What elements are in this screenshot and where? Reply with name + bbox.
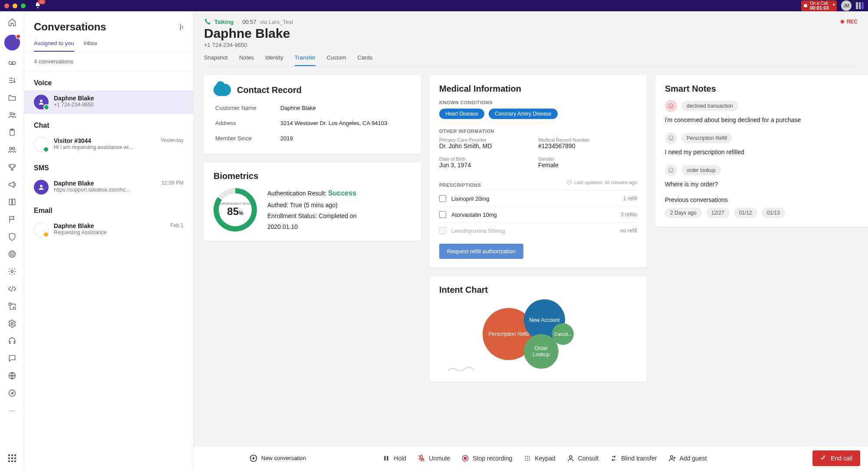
user-avatar[interactable]: JM: [841, 0, 852, 11]
folder-icon[interactable]: [7, 93, 17, 103]
minimize-window[interactable]: [13, 3, 17, 8]
section-label: OTHER INFORMATION: [439, 129, 637, 134]
tab-cards[interactable]: Cards: [358, 54, 373, 66]
consult-button[interactable]: Consult: [567, 454, 598, 462]
prescription-name: Lisinopril 20mg: [451, 195, 489, 202]
prescription-checkbox[interactable]: [439, 227, 446, 234]
prev-conv-chip[interactable]: 01/13: [762, 208, 785, 218]
apps-grid-icon[interactable]: [7, 453, 17, 463]
prescription-row: Lisinopril 20mg 1 refill: [439, 190, 637, 206]
intent-bubble[interactable]: Cancel...: [552, 323, 574, 345]
headset-icon[interactable]: [7, 336, 17, 346]
voice-conversation-item[interactable]: Daphne Blake +1 724-234-9650: [24, 90, 193, 114]
tab-identity[interactable]: Identity: [265, 54, 283, 66]
chat-icon[interactable]: [7, 354, 17, 363]
layout-toggle-icon[interactable]: [856, 2, 864, 9]
megaphone-icon[interactable]: [7, 180, 17, 189]
prescription-checkbox[interactable]: [439, 195, 446, 202]
request-refill-button[interactable]: Request refill authorization: [439, 244, 523, 259]
prev-conv-chip[interactable]: 01/12: [734, 208, 757, 218]
stop-recording-button[interactable]: Stop recording: [461, 454, 512, 462]
queue-icon[interactable]: [7, 76, 17, 85]
chat-conversation-item[interactable]: Visitor #3044 Hi I am requesting assista…: [24, 133, 193, 156]
biometrics-card: Biometrics Authentication Score 85% Auth…: [204, 162, 421, 241]
field-value: Dr. John Smith, MD: [439, 142, 538, 149]
note-text: Where is my order?: [665, 181, 863, 188]
chevron-down-icon: ▾: [833, 2, 835, 7]
radar-icon[interactable]: [7, 249, 17, 259]
gear-icon[interactable]: [7, 319, 17, 328]
active-agent-icon[interactable]: [4, 35, 20, 50]
more-icon[interactable]: ⋯: [7, 406, 17, 415]
note-tag[interactable]: declined transaction: [681, 101, 738, 111]
trophy-icon[interactable]: [7, 162, 17, 172]
svg-point-12: [12, 254, 13, 255]
blind-transfer-button[interactable]: Blind transfer: [610, 454, 657, 462]
svg-point-21: [40, 185, 42, 187]
left-iconbar: ⋯: [0, 11, 24, 470]
tab-transfer[interactable]: Transfer: [295, 54, 316, 66]
field-label: Customer Name: [215, 105, 280, 111]
consult-icon: [567, 454, 575, 462]
book-icon[interactable]: [7, 197, 17, 207]
close-window[interactable]: [4, 3, 9, 8]
note-tag[interactable]: Perscription Refill: [681, 133, 732, 143]
svg-point-0: [10, 40, 13, 43]
new-conversation-label: New conversation: [261, 455, 306, 461]
field-value: #1234567890: [538, 142, 637, 149]
svg-point-24: [669, 104, 674, 109]
team-icon[interactable]: [7, 145, 17, 155]
home-icon[interactable]: [7, 17, 17, 27]
globe-icon[interactable]: [7, 371, 17, 381]
clipboard-icon[interactable]: [7, 128, 17, 137]
end-call-button[interactable]: End call: [812, 450, 860, 466]
svg-point-40: [527, 457, 528, 458]
tab-inbox[interactable]: Inbox: [84, 40, 98, 52]
prescription-name: Levothyroxina 50mcg: [451, 228, 505, 234]
collapse-panel-icon[interactable]: |‹: [180, 23, 184, 31]
hold-button[interactable]: Hold: [382, 454, 406, 462]
note-tag[interactable]: order lookup: [681, 165, 721, 175]
keypad-button[interactable]: Keypad: [523, 454, 555, 462]
svg-rect-32: [385, 456, 386, 460]
compass-icon[interactable]: [7, 388, 17, 398]
enrollment-row: Enrollment Status: Completed on 2020.01.…: [267, 211, 363, 232]
prescription-checkbox[interactable]: [439, 211, 446, 218]
notifications-icon[interactable]: 22: [34, 2, 41, 10]
contact-sub: Requesting Assistance: [54, 229, 165, 235]
contacts-icon[interactable]: [7, 110, 17, 120]
prev-conv-chip[interactable]: 12/27: [706, 208, 730, 218]
settings-gear-icon[interactable]: [7, 267, 17, 276]
field-value: Female: [538, 162, 637, 169]
email-conversation-item[interactable]: Daphne Blake Requesting Assistance Feb 1: [24, 218, 193, 242]
chat-section-label: Chat: [24, 114, 193, 133]
svg-point-43: [527, 460, 528, 460]
unmute-button[interactable]: Unmute: [418, 454, 450, 462]
voicemail-icon[interactable]: [7, 58, 17, 68]
workflow-icon[interactable]: [7, 301, 17, 311]
condition-chip[interactable]: Coronary Artery Disease: [489, 109, 558, 119]
svg-rect-15: [13, 308, 15, 310]
code-icon[interactable]: [7, 284, 17, 294]
score-label: Authentication Score: [219, 202, 251, 205]
condition-chip[interactable]: Heart Disease: [439, 109, 484, 119]
shield-icon[interactable]: [7, 232, 17, 242]
contact-record-card: Contact Record Customer Name Daphne Blak…: [204, 75, 421, 154]
tab-snapshot[interactable]: Snapshot: [204, 54, 228, 66]
window-controls[interactable]: [4, 3, 26, 8]
field-label: Date of Birth: [439, 156, 538, 162]
prev-conv-chip[interactable]: 2 Days ago: [665, 208, 702, 218]
add-guest-button[interactable]: Add guest: [668, 454, 707, 462]
flag-icon[interactable]: [7, 215, 17, 224]
sms-conversation-item[interactable]: Daphne Blake https://support.talkdesk.co…: [24, 175, 193, 199]
new-conversation-button[interactable]: New conversation: [249, 454, 306, 463]
svg-point-18: [9, 390, 15, 397]
tab-notes[interactable]: Notes: [239, 54, 254, 66]
svg-point-16: [11, 323, 13, 325]
prescription-name: Atorvastatin 10mg: [451, 212, 497, 218]
maximize-window[interactable]: [21, 3, 26, 8]
prescription-row: Atorvastatin 10mg 3 refills: [439, 206, 637, 222]
call-status-pill[interactable]: On a Call 00:01:03 ▾: [801, 0, 837, 11]
tab-assigned[interactable]: Assigned to you: [34, 40, 74, 52]
tab-custom[interactable]: Custom: [327, 54, 346, 66]
